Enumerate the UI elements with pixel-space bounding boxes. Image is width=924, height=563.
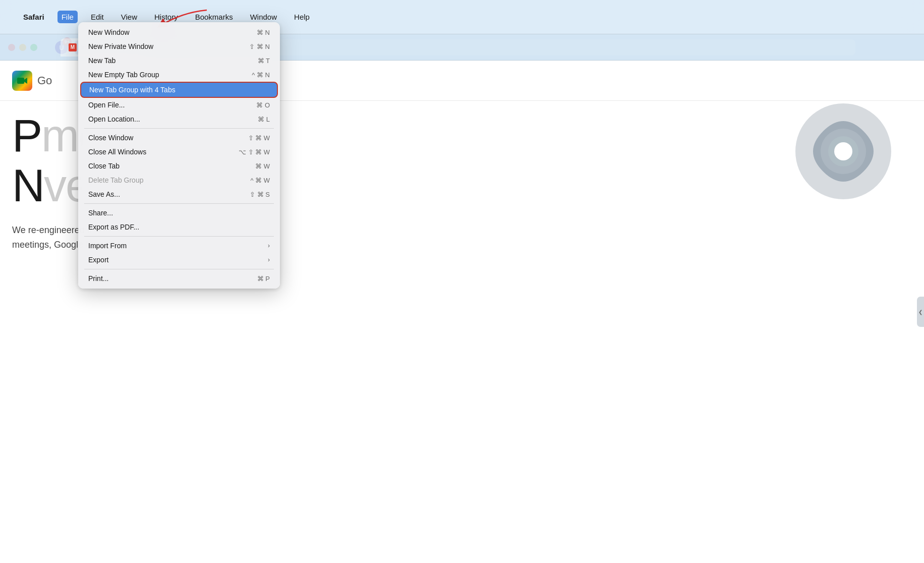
menu-label-print: Print... xyxy=(88,274,245,283)
menu-shortcut-new-window: ⌘ N xyxy=(257,29,270,36)
menu-label-open-file: Open File... xyxy=(88,101,244,109)
menu-shortcut-print: ⌘ P xyxy=(257,275,270,283)
menu-shortcut-delete-tab-group: ^ ⌘ W xyxy=(250,177,270,184)
svg-rect-4 xyxy=(17,78,24,84)
google-meet-logo: Go xyxy=(12,71,52,91)
menubar-window[interactable]: Window xyxy=(246,11,281,23)
menu-item-export-pdf[interactable]: Export as PDF... xyxy=(80,220,278,234)
menu-separator-sep1 xyxy=(84,128,274,129)
menu-item-import-from[interactable]: Import From› xyxy=(80,239,278,253)
menu-item-open-location[interactable]: Open Location...⌘ L xyxy=(80,112,278,126)
menu-label-new-tab: New Tab xyxy=(88,57,246,65)
meet-illustration-svg xyxy=(793,101,894,202)
menu-item-new-tab[interactable]: New Tab⌘ T xyxy=(80,53,278,68)
menubar-help[interactable]: Help xyxy=(290,11,314,23)
svg-point-8 xyxy=(834,142,852,160)
menu-shortcut-save-as: ⇧ ⌘ S xyxy=(250,191,270,198)
gmail-favicon: M xyxy=(69,43,77,51)
menu-label-new-empty-tab-group: New Empty Tab Group xyxy=(88,71,240,79)
hero-partial-p: P xyxy=(12,110,41,161)
menu-label-export-pdf: Export as PDF... xyxy=(88,223,270,231)
menu-shortcut-open-file: ⌘ O xyxy=(256,101,270,109)
menu-item-new-empty-tab-group[interactable]: New Empty Tab Group^ ⌘ N xyxy=(80,68,278,82)
menu-label-new-window: New Window xyxy=(88,28,245,36)
menu-label-new-private-window: New Private Window xyxy=(88,42,237,50)
menu-item-open-file[interactable]: Open File...⌘ O xyxy=(80,98,278,112)
menu-separator-sep2 xyxy=(84,203,274,204)
menu-item-export[interactable]: Export› xyxy=(80,253,278,267)
menu-item-delete-tab-group: Delete Tab Group^ ⌘ W xyxy=(80,173,278,187)
menu-item-close-all-windows[interactable]: Close All Windows⌥ ⇧ ⌘ W xyxy=(80,145,278,159)
menu-item-new-private-window[interactable]: New Private Window⇧ ⌘ N xyxy=(80,39,278,53)
menu-label-close-window: Close Window xyxy=(88,134,236,142)
menu-separator-sep3 xyxy=(84,236,274,237)
menu-label-export: Export xyxy=(88,256,268,264)
menu-item-close-window[interactable]: Close Window⇧ ⌘ W xyxy=(80,131,278,145)
meet-brand-text: Go xyxy=(37,74,52,87)
menu-shortcut-close-all-windows: ⌥ ⇧ ⌘ W xyxy=(239,148,270,156)
menu-label-save-as: Save As... xyxy=(88,190,238,198)
menu-arrow-export: › xyxy=(268,256,270,263)
sidebar-handle[interactable]: ❮ xyxy=(917,297,924,327)
menu-item-new-tab-group-with-tabs[interactable]: New Tab Group with 4 Tabs xyxy=(80,82,278,98)
menu-item-close-tab[interactable]: Close Tab⌘ W xyxy=(80,159,278,173)
meet-illustration xyxy=(793,101,894,204)
menu-label-share: Share... xyxy=(88,209,270,217)
menu-shortcut-close-tab: ⌘ W xyxy=(255,162,270,170)
menu-shortcut-new-empty-tab-group: ^ ⌘ N xyxy=(252,71,270,79)
file-menu-dropdown: New Window⌘ NNew Private Window⇧ ⌘ NNew … xyxy=(78,22,280,289)
menu-item-new-window[interactable]: New Window⌘ N xyxy=(80,25,278,39)
menubar-bookmarks[interactable]: Bookmarks xyxy=(191,11,237,23)
menu-shortcut-close-window: ⇧ ⌘ W xyxy=(248,134,270,142)
menu-item-print[interactable]: Print...⌘ P xyxy=(80,271,278,286)
menu-item-save-as[interactable]: Save As...⇧ ⌘ S xyxy=(80,187,278,201)
menu-item-share[interactable]: Share... xyxy=(80,206,278,220)
menu-label-open-location: Open Location... xyxy=(88,115,246,123)
menu-separator-sep4 xyxy=(84,269,274,269)
menubar-history[interactable]: History xyxy=(150,11,182,23)
menu-shortcut-new-tab: ⌘ T xyxy=(258,57,270,65)
menu-label-delete-tab-group: Delete Tab Group xyxy=(88,176,238,184)
menubar-safari[interactable]: Safari xyxy=(19,11,48,23)
hero-partial-n: N xyxy=(12,160,44,211)
menu-shortcut-new-private-window: ⇧ ⌘ N xyxy=(249,43,270,50)
meet-icon xyxy=(12,71,32,91)
menubar-view[interactable]: View xyxy=(117,11,141,23)
menu-arrow-import-from: › xyxy=(268,242,270,249)
menubar-file[interactable]: File xyxy=(57,11,78,23)
menu-shortcut-open-location: ⌘ L xyxy=(258,116,270,123)
menu-label-new-tab-group-with-tabs: New Tab Group with 4 Tabs xyxy=(89,86,269,94)
menu-label-close-tab: Close Tab xyxy=(88,162,243,170)
menubar-edit[interactable]: Edit xyxy=(87,11,108,23)
menu-label-close-all-windows: Close All Windows xyxy=(88,148,226,156)
menu-label-import-from: Import From xyxy=(88,242,268,250)
